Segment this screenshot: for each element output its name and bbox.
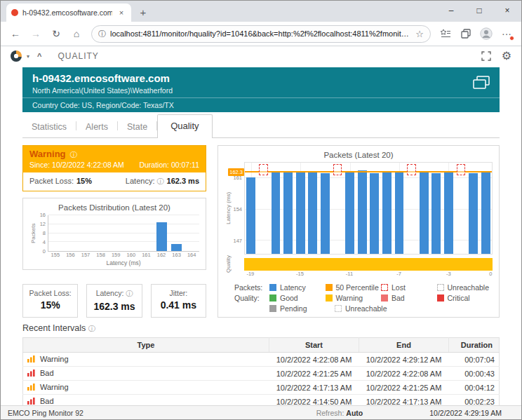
close-button[interactable]: ×: [493, 1, 521, 20]
intervals-header-row: TypeStartEndDuration: [23, 338, 500, 353]
legend-item-good: Good: [269, 294, 326, 302]
packet-loss-value: 15%: [76, 177, 92, 185]
tab-statistics[interactable]: Statistics: [22, 117, 76, 138]
interval-duration: 00:07:04: [449, 353, 500, 367]
interval-start: 10/2/2022 4:22:08 AM: [269, 353, 359, 367]
recent-intervals-title: Recent Intervals: [22, 323, 86, 333]
lost-packet-marker: [259, 164, 268, 175]
percentile-line: [245, 171, 492, 172]
column-header-start[interactable]: Start: [269, 338, 359, 353]
tab-state[interactable]: State: [118, 117, 156, 138]
minimize-button[interactable]: –: [437, 1, 465, 20]
favorites-bar-button[interactable]: [436, 25, 455, 43]
notification-dot: [509, 36, 514, 41]
maximize-button[interactable]: □: [465, 1, 493, 20]
url-text[interactable]: localhost:4811/monitor/hquality?id=10416…: [110, 29, 411, 38]
forward-button[interactable]: →: [27, 25, 45, 43]
x-tick-label: 157: [81, 252, 91, 258]
legend-row: PendingUnreachable: [234, 304, 493, 313]
site-info-icon[interactable]: ⓘ: [98, 29, 106, 39]
info-icon[interactable]: ⓘ: [70, 151, 77, 158]
host-windows-icon[interactable]: [473, 76, 490, 92]
home-button[interactable]: ⌂: [67, 25, 86, 43]
browser-tab[interactable]: h-09432.emcosoftware.com - Q… ×: [6, 4, 131, 22]
y-tick-label: 12: [40, 221, 46, 227]
chevron-down-icon[interactable]: ▾: [27, 53, 29, 60]
gear-icon[interactable]: ⚙: [502, 50, 511, 62]
metric-cards: Packet Loss: 15% Latency: ⓘ 162.3 ms Jit…: [22, 284, 206, 318]
legend-item-critical: Critical: [437, 294, 493, 302]
interval-row[interactable]: Warning10/2/2022 4:22:08 AM10/2/2022 4:2…: [23, 353, 500, 367]
column-header-duration[interactable]: Duration: [449, 338, 500, 353]
quality-gutter: [232, 258, 244, 271]
info-icon[interactable]: ⓘ: [88, 325, 95, 332]
legend-item-pending: Pending: [269, 304, 335, 313]
favorite-star-icon[interactable]: ☆: [415, 29, 424, 39]
collapse-header-button[interactable]: ^: [37, 52, 41, 60]
latency-value: 162.3 ms: [167, 177, 199, 185]
profile-avatar-icon: [480, 27, 493, 40]
legend-item-label: Unreachable: [345, 304, 387, 313]
legend-swatch: [437, 294, 444, 302]
lost-packet-marker: [457, 164, 466, 175]
y-tick-label: 154: [233, 206, 242, 212]
interval-duration: 00:00:43: [449, 367, 500, 381]
refresh-mode[interactable]: Auto: [346, 409, 363, 417]
interval-row[interactable]: Bad10/2/2022 4:14:50 AM10/2/2022 4:17:13…: [23, 395, 500, 406]
y-tick-label: 147: [233, 238, 242, 244]
latency-bar: [382, 172, 392, 254]
legend-swatch: [437, 284, 444, 291]
legend-swatch: [269, 284, 276, 291]
latency-bar: [308, 172, 317, 254]
distribution-ylabel: Packets: [29, 215, 36, 252]
duration-value: 00:07:11: [171, 161, 199, 169]
x-tick-label: 164: [187, 252, 196, 258]
interval-row[interactable]: Bad10/2/2022 4:21:25 AM10/2/2022 4:22:08…: [23, 367, 500, 381]
latency-bar: [481, 172, 490, 254]
metric-value: 15%: [27, 299, 73, 311]
status-panel: Warning ⓘ Since: 10/2/2022 4:22:08 AM Du…: [22, 145, 206, 191]
latency-bar: [469, 173, 478, 254]
page-title: QUALITY: [58, 51, 98, 61]
legend-swatch: [269, 294, 276, 302]
profile-button[interactable]: [477, 25, 495, 43]
info-icon[interactable]: ⓘ: [126, 290, 133, 297]
refresh-button[interactable]: ↻: [47, 25, 65, 43]
interval-duration: 00:02:23: [449, 395, 500, 406]
latency-bar: [444, 172, 453, 254]
url-bar[interactable]: ⓘ localhost:4811/monitor/hquality?id=104…: [91, 25, 431, 43]
host-banner: h-09432.emcosoftware.com North America\(…: [22, 67, 500, 112]
browser-menu-button[interactable]: ···: [497, 25, 516, 43]
interval-type-icon: [27, 355, 35, 364]
tab-title: h-09432.emcosoftware.com - Q…: [22, 8, 112, 17]
browser-titlebar: h-09432.emcosoftware.com - Q… × + – □ ×: [1, 1, 521, 22]
window-controls: – □ ×: [437, 1, 521, 22]
back-button[interactable]: ←: [6, 25, 25, 43]
status-state-label: Warning: [29, 149, 66, 159]
gridline: [48, 241, 199, 242]
latency-label: Latency:: [126, 177, 155, 185]
legend-item-unreachable: Unreachable: [335, 304, 400, 313]
gridline: [245, 240, 492, 241]
legend-item-label: Lost: [392, 283, 406, 292]
duration-label: Duration:: [139, 161, 169, 169]
column-header-type[interactable]: Type: [23, 338, 269, 353]
info-icon[interactable]: ⓘ: [157, 177, 164, 185]
tab-close-icon[interactable]: ×: [116, 8, 126, 17]
home-icon: ⌂: [74, 28, 79, 39]
app-name: EMCO Ping Monitor 92: [8, 409, 83, 417]
column-header-end[interactable]: End: [359, 338, 449, 353]
collections-button[interactable]: [457, 25, 475, 43]
fullscreen-icon[interactable]: [481, 51, 491, 61]
legend-item-unreachable: Unreachable: [437, 283, 493, 292]
interval-row[interactable]: Warning10/2/2022 4:17:13 AM10/2/2022 4:2…: [23, 381, 500, 395]
host-state-pie-icon[interactable]: [11, 50, 22, 62]
metric-label: Packet Loss:: [29, 289, 72, 297]
legend-swatch: [269, 305, 276, 312]
tab-alerts[interactable]: Alerts: [76, 117, 117, 138]
tab-quality[interactable]: Quality: [157, 114, 212, 138]
new-tab-button[interactable]: +: [135, 4, 151, 20]
interval-type-label: Bad: [40, 369, 54, 377]
gridline: [245, 209, 492, 210]
legend-item-label: Unreachable: [448, 283, 490, 292]
